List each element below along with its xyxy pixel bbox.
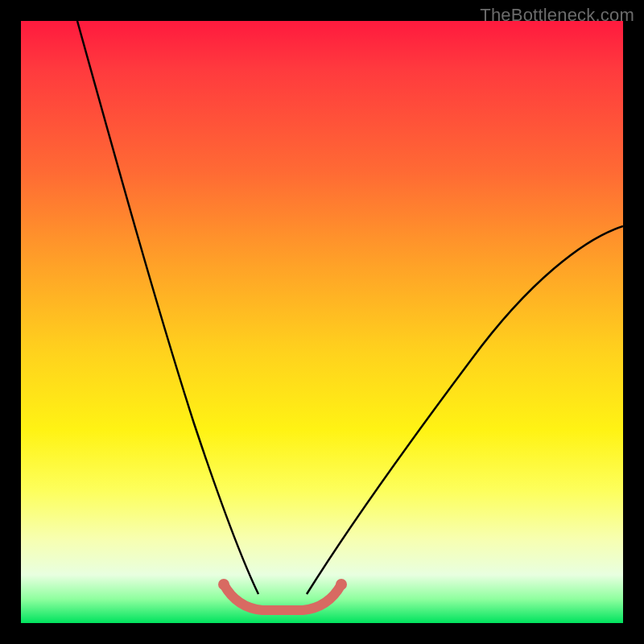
- watermark-text: TheBottleneck.com: [480, 5, 634, 26]
- bottleneck-highlight-band: [224, 584, 341, 610]
- chart-frame: [21, 21, 623, 623]
- bottleneck-curve-right: [307, 226, 623, 594]
- highlight-endpoint-right: [336, 579, 347, 590]
- highlight-endpoint-left: [218, 579, 229, 590]
- bottleneck-curve-left: [77, 21, 258, 594]
- chart-canvas: [21, 21, 623, 623]
